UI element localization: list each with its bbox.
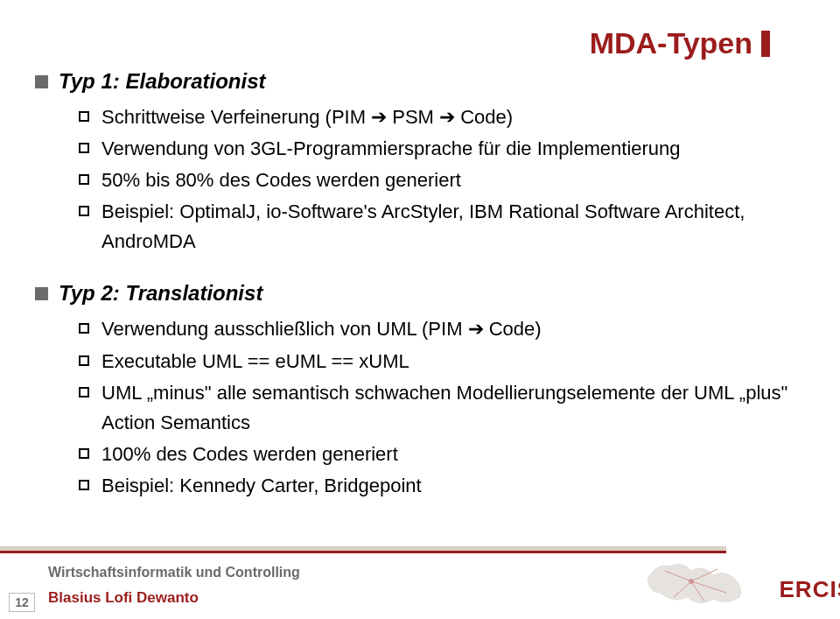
hollow-square-bullet-icon [79, 355, 89, 366]
map-graphic-icon [639, 545, 761, 615]
heading-text-2: Typ 2: Translationist [59, 281, 262, 306]
item-text: 50% bis 80% des Codes werden generiert [102, 165, 461, 195]
hollow-square-bullet-icon [79, 323, 89, 334]
item-text: Schrittweise Verfeinerung (PIM ➔ PSM ➔ C… [102, 102, 513, 132]
list-item: 50% bis 80% des Codes werden generiert [79, 165, 796, 195]
footer-department: Wirtschaftsinformatik und Controlling [48, 565, 300, 580]
hollow-square-bullet-icon [79, 174, 89, 185]
page-number: 12 [9, 593, 35, 612]
section-heading-2: Typ 2: Translationist [35, 281, 796, 306]
footer-divider [0, 546, 726, 559]
hollow-square-bullet-icon [79, 480, 89, 490]
hollow-square-bullet-icon [79, 111, 89, 122]
item-list-2: Verwendung ausschließlich von UML (PIM ➔… [52, 314, 796, 501]
filled-square-bullet-icon [35, 287, 48, 300]
list-item: Executable UML == eUML == xUML [79, 347, 796, 376]
filled-square-bullet-icon [35, 75, 48, 88]
list-item: Verwendung von 3GL-Programmiersprache fü… [79, 134, 796, 164]
list-item: Beispiel: Kennedy Carter, Bridgepoint [79, 471, 796, 501]
list-item: Schrittweise Verfeinerung (PIM ➔ PSM ➔ C… [79, 102, 796, 132]
hollow-square-bullet-icon [79, 143, 89, 153]
section-heading-1: Typ 1: Elaborationist [35, 69, 796, 94]
footer: Wirtschaftsinformatik und Controlling Bl… [0, 540, 840, 619]
item-text: UML „minus" alle semantisch schwachen Mo… [102, 378, 796, 438]
logo-text: ERCIS [780, 576, 840, 603]
hollow-square-bullet-icon [79, 387, 89, 397]
slide-title: MDA-Typen [590, 26, 752, 60]
list-item: Beispiel: OptimalJ, io-Software's ArcSty… [79, 197, 796, 257]
item-text: Executable UML == eUML == xUML [102, 347, 410, 376]
header-row: MDA-Typen [52, 26, 796, 60]
title-marker [761, 31, 770, 57]
list-item: 100% des Codes werden generiert [79, 440, 796, 469]
list-item: Verwendung ausschließlich von UML (PIM ➔… [79, 314, 796, 344]
item-text: Beispiel: Kennedy Carter, Bridgepoint [102, 471, 422, 501]
item-text: 100% des Codes werden generiert [102, 440, 398, 469]
section-type-2: Typ 2: Translationist Verwendung ausschl… [52, 281, 796, 501]
item-text: Beispiel: OptimalJ, io-Software's ArcSty… [102, 197, 796, 257]
section-type-1: Typ 1: Elaborationist Schrittweise Verfe… [52, 69, 796, 257]
hollow-square-bullet-icon [79, 206, 89, 216]
list-item: UML „minus" alle semantisch schwachen Mo… [79, 378, 796, 438]
heading-text-1: Typ 1: Elaborationist [59, 69, 265, 94]
hollow-square-bullet-icon [79, 448, 89, 459]
item-text: Verwendung von 3GL-Programmiersprache fü… [102, 134, 681, 164]
footer-author: Blasius Lofi Dewanto [48, 589, 199, 607]
item-list-1: Schrittweise Verfeinerung (PIM ➔ PSM ➔ C… [52, 102, 796, 257]
item-text: Verwendung ausschließlich von UML (PIM ➔… [102, 314, 542, 344]
